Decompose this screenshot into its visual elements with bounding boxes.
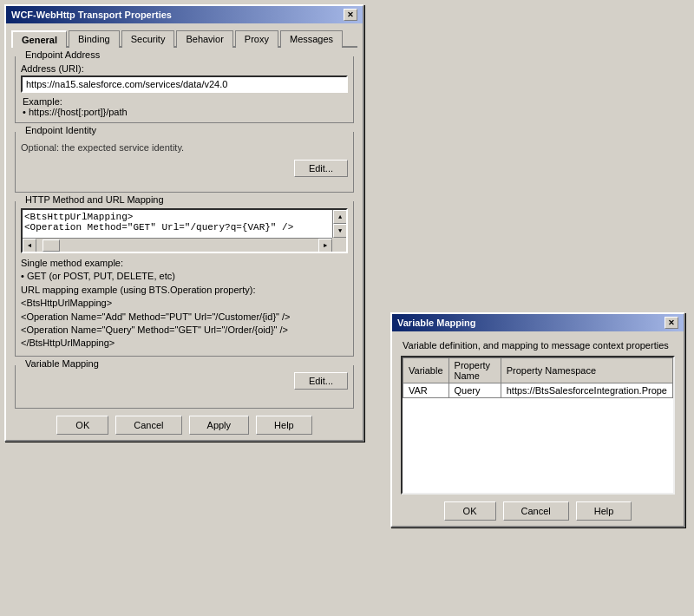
scroll-down-icon: ▼ — [338, 227, 342, 234]
address-field-label: Address (URI): — [21, 63, 348, 74]
var-ok-button[interactable]: OK — [444, 501, 496, 521]
scroll-left-button[interactable]: ◄ — [23, 239, 36, 252]
scroll-up-icon: ▲ — [338, 213, 342, 220]
help-button[interactable]: Help — [256, 416, 312, 435]
var-mapping-table-wrapper[interactable]: Variable Property Name Property Namespac… — [401, 356, 675, 495]
var-cancel-button[interactable]: Cancel — [503, 501, 569, 521]
main-dialog-body: General Binding Security Behavior Proxy … — [6, 23, 363, 440]
main-dialog-close-button[interactable]: ✕ — [344, 9, 357, 21]
close-icon: ✕ — [347, 10, 354, 19]
endpoint-identity-label: Endpoint Identity — [23, 125, 99, 135]
close-icon-var: ✕ — [668, 318, 675, 327]
ok-button[interactable]: OK — [56, 416, 108, 435]
http-example-block: Single method example: • GET (or POST, P… — [21, 257, 348, 351]
var-table-header-row: Variable Property Name Property Namespac… — [403, 358, 673, 383]
main-dialog: WCF-WebHttp Transport Properties ✕ Gener… — [4, 4, 364, 442]
variable-mapping-group: Variable Mapping Edit... — [15, 365, 354, 409]
var-mapping-subtitle: Variable definition, and mapping to mess… — [397, 337, 678, 352]
tab-bar: General Binding Security Behavior Proxy … — [11, 29, 357, 48]
scrollbar-vertical[interactable]: ▲ ▼ — [332, 210, 346, 238]
address-input[interactable] — [21, 75, 348, 93]
var-mapping-button-row: OK Cancel Help — [397, 501, 678, 521]
scroll-down-button[interactable]: ▼ — [333, 224, 347, 238]
example-line-0: • GET (or POST, PUT, DELETE, etc) — [21, 270, 348, 283]
scroll-right-button[interactable]: ► — [318, 239, 332, 252]
address-example: Example: • https://{host[:port]}/path — [23, 96, 348, 117]
optional-text: Optional: the expected service identity. — [21, 142, 348, 153]
tab-proxy[interactable]: Proxy — [235, 30, 278, 48]
scroll-thumb-horizontal[interactable] — [43, 239, 60, 252]
var-mapping-titlebar: Variable Mapping ✕ — [392, 314, 684, 331]
var-mapping-dialog: Variable Mapping ✕ Variable definition, … — [390, 312, 685, 528]
http-method-label: HTTP Method and URL Mapping — [23, 194, 167, 205]
scrollbar-horizontal[interactable]: ◄ ► — [23, 238, 332, 252]
endpoint-identity-group: Endpoint Identity Optional: the expected… — [15, 132, 354, 193]
tab-security[interactable]: Security — [121, 30, 175, 48]
example-line-3: <Operation Name="Add" Method="PUT" Url="… — [21, 311, 348, 324]
var-mapping-table: Variable Property Name Property Namespac… — [403, 357, 673, 398]
endpoint-address-label: Endpoint Address — [23, 49, 102, 60]
main-dialog-title: WCF-WebHttp Transport Properties — [11, 10, 172, 20]
example-line-5: </BtsHttpUrlMapping> — [21, 337, 348, 350]
example-line-4: <Operation Name="Query" Method="GET" Url… — [21, 324, 348, 337]
col-property-name: Property Name — [448, 358, 501, 383]
endpoint-address-group: Endpoint Address Address (URI): Example:… — [15, 56, 354, 123]
example-line-1: URL mapping example (using BTS.Operation… — [21, 284, 348, 297]
variable-mapping-label: Variable Mapping — [23, 358, 101, 369]
tab-general[interactable]: General — [11, 30, 67, 48]
var-cell-property-name: Query — [448, 383, 501, 398]
var-cell-variable: VAR — [403, 383, 449, 398]
variable-mapping-edit-button[interactable]: Edit... — [294, 372, 348, 390]
col-property-namespace: Property Namespace — [501, 358, 672, 383]
url-mapping-area[interactable]: <BtsHttpUrlMapping> <Operation Method="G… — [21, 208, 348, 253]
var-mapping-close-button[interactable]: ✕ — [665, 317, 678, 329]
apply-button[interactable]: Apply — [189, 416, 250, 435]
tab-messages[interactable]: Messages — [280, 30, 343, 48]
var-help-button[interactable]: Help — [576, 501, 632, 521]
main-button-row: OK Cancel Apply Help — [11, 416, 357, 435]
example-title: Single method example: — [21, 257, 348, 270]
http-method-group: HTTP Method and URL Mapping <BtsHttpUrlM… — [15, 201, 354, 357]
scroll-right-icon: ► — [324, 242, 327, 249]
scroll-left-icon: ◄ — [28, 242, 31, 249]
tab-behavior[interactable]: Behavior — [176, 30, 232, 48]
endpoint-identity-edit-button[interactable]: Edit... — [294, 160, 348, 177]
var-mapping-title: Variable Mapping — [397, 318, 475, 328]
cancel-button[interactable]: Cancel — [115, 416, 181, 435]
var-table-row[interactable]: VAR Query https://BtsSalesforceIntegrati… — [403, 383, 673, 398]
main-dialog-titlebar: WCF-WebHttp Transport Properties ✕ — [6, 6, 363, 23]
url-mapping-content: <BtsHttpUrlMapping> <Operation Method="G… — [24, 212, 344, 233]
example-line-2: <BtsHttpUrlMapping> — [21, 297, 348, 310]
col-variable: Variable — [403, 358, 449, 383]
var-mapping-body: Variable definition, and mapping to mess… — [392, 331, 684, 526]
scroll-corner — [332, 238, 346, 252]
var-cell-property-namespace: https://BtsSalesforceIntegration.Prope — [501, 383, 672, 398]
tab-binding[interactable]: Binding — [69, 30, 120, 48]
scroll-up-button[interactable]: ▲ — [333, 210, 347, 224]
